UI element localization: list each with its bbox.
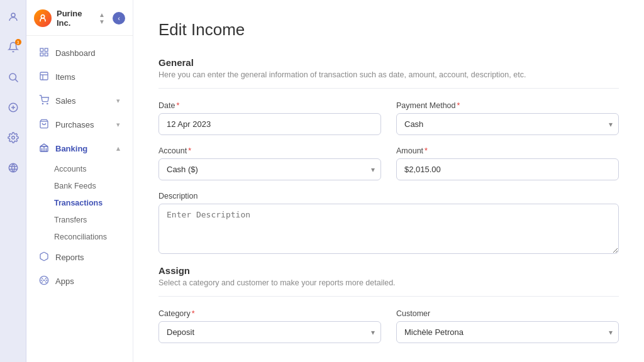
sidebar-item-purchases[interactable]: Purchases ▾ [30,113,129,136]
notifications-icon-button[interactable]: 3 [4,38,23,57]
sales-label: Sales [55,96,76,106]
purchases-label: Purchases [55,120,94,129]
category-group: Category* Deposit Income Revenue [158,309,381,343]
notification-badge: 3 [15,39,21,45]
category-select-wrapper: Deposit Income Revenue [158,321,381,343]
svg-point-6 [11,136,14,140]
description-textarea[interactable] [158,204,619,254]
category-required-mark: * [192,309,195,318]
svg-point-18 [42,103,43,104]
apps-label: Apps [55,277,74,286]
sidebar-item-sales[interactable]: Sales ▾ [30,89,129,112]
category-label: Category* [158,309,381,318]
banking-icon [39,143,49,155]
description-row: Description [158,192,619,254]
banking-submenu: Accounts Bank Feeds Transactions Transfe… [26,161,133,245]
description-group: Description [158,192,619,254]
sidebar-item-reports[interactable]: Reports [30,246,129,269]
assign-section-title: Assign [158,265,619,276]
settings-icon-button[interactable] [4,128,23,147]
date-payment-row: Date* Payment Method* Cash Card Bank Tra… [158,101,619,135]
description-label: Description [158,192,619,200]
svg-point-1 [9,74,16,80]
date-group: Date* [158,101,381,135]
date-input[interactable] [158,113,381,135]
company-logo [34,9,52,27]
svg-rect-11 [40,48,43,52]
items-icon [39,71,49,83]
customer-group: Customer Michèle Petrona Other Customer [396,309,619,343]
main-content: Edit Income General Here you can enter t… [133,0,644,362]
amount-input[interactable] [396,158,619,180]
icon-bar: 3 [0,0,26,362]
purchases-icon [39,119,49,131]
assign-section-desc: Select a category and customer to make y… [158,278,619,287]
reports-icon [39,251,49,263]
sidebar-item-bank-feeds[interactable]: Bank Feeds [49,178,129,194]
account-amount-row: Account* Cash ($) Bank Account Amount* [158,146,619,180]
svg-point-0 [11,13,15,17]
amount-group: Amount* [396,146,619,180]
sidebar-nav: Dashboard Items Sales ▾ Purchases ▾ [26,36,133,349]
reports-label: Reports [55,253,84,262]
sidebar-item-items[interactable]: Items [30,65,129,89]
sidebar-item-transactions[interactable]: Transactions [49,195,129,211]
items-label: Items [55,72,75,82]
payment-method-select-wrapper: Cash Card Bank Transfer [396,113,619,135]
svg-point-19 [47,103,48,104]
account-select[interactable]: Cash ($) Bank Account [158,158,381,180]
dashboard-label: Dashboard [55,48,96,58]
date-label: Date* [158,101,381,110]
sidebar-item-banking[interactable]: Banking ▴ [30,137,129,160]
user-icon-button[interactable] [4,8,23,26]
company-switcher[interactable]: ▲ ▼ [99,11,105,25]
svg-point-25 [43,280,44,280]
general-divider [158,88,619,89]
sales-chevron-icon: ▾ [116,97,120,105]
svg-rect-12 [45,48,48,52]
add-icon-button[interactable] [4,98,23,117]
general-section-desc: Here you can enter the general informati… [158,70,619,79]
account-label: Account* [158,146,381,155]
sidebar-item-accounts[interactable]: Accounts [49,161,129,177]
account-required-mark: * [188,146,191,155]
banking-label: Banking [55,144,87,153]
payment-method-group: Payment Method* Cash Card Bank Transfer [396,101,619,135]
customer-select-wrapper: Michèle Petrona Other Customer [396,321,619,343]
banking-chevron-icon: ▴ [116,145,120,153]
svg-point-7 [9,163,18,172]
svg-line-2 [15,79,18,82]
amount-required-mark: * [425,146,428,155]
dashboard-icon [39,47,49,59]
amount-label: Amount* [396,146,619,155]
payment-required-mark: * [457,101,460,110]
customer-label: Customer [396,309,619,318]
sidebar-item-dashboard[interactable]: Dashboard [30,41,129,65]
sidebar: Purine Inc. ▲ ▼ ‹ Dashboard Items Sales … [26,0,133,362]
back-button[interactable]: ‹ [113,12,125,25]
payment-method-label: Payment Method* [396,101,619,110]
globe-icon-button[interactable] [4,158,23,177]
account-select-wrapper: Cash ($) Bank Account [158,158,381,180]
customer-select[interactable]: Michèle Petrona Other Customer [396,321,619,343]
sidebar-item-apps[interactable]: Apps [30,270,129,293]
account-group: Account* Cash ($) Bank Account [158,146,381,180]
general-section: General Here you can enter the general i… [158,57,619,254]
assign-divider [158,296,619,297]
sidebar-item-reconciliations[interactable]: Reconciliations [49,229,129,245]
category-select[interactable]: Deposit Income Revenue [158,321,381,343]
category-customer-row: Category* Deposit Income Revenue Custome… [158,309,619,343]
assign-section: Assign Select a category and customer to… [158,265,619,343]
general-section-title: General [158,57,619,68]
svg-rect-14 [45,53,48,56]
sidebar-header: Purine Inc. ▲ ▼ ‹ [26,0,133,36]
sales-icon [39,95,49,107]
search-icon-button[interactable] [4,68,23,87]
sidebar-item-transfers[interactable]: Transfers [49,212,129,228]
purchases-chevron-icon: ▾ [116,121,120,129]
page-title: Edit Income [158,20,619,40]
company-name: Purine Inc. [57,9,94,28]
svg-rect-15 [40,72,48,80]
date-required-mark: * [176,101,179,110]
payment-method-select[interactable]: Cash Card Bank Transfer [396,113,619,135]
